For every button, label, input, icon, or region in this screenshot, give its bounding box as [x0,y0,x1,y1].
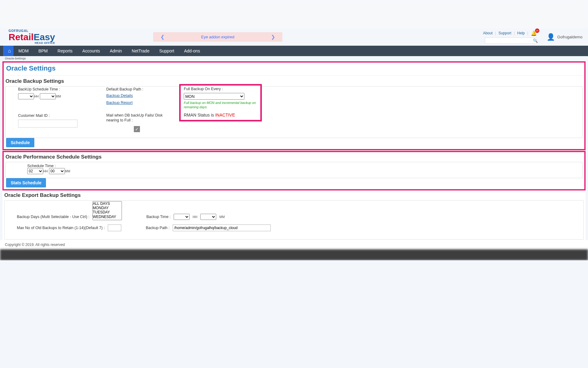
exp-mm-label: MM [219,215,225,219]
max-backups-input[interactable] [108,224,121,231]
logo-product: RetailEasy [9,33,55,42]
logo: GOFRUGAL RetailEasy HEAD OFFICE [9,29,55,44]
perf-heading: Oracle Performance Schedule Settings [6,153,582,162]
cust-mail-input[interactable] [18,120,77,128]
backup-report-link[interactable]: Backup Report [106,100,133,105]
header-links: About| Support| Help| 🔔 25 [483,30,537,36]
nav-home[interactable]: ⌂ [3,46,13,56]
user-menu[interactable]: 👤 Gofrugaldemo [547,33,582,41]
user-icon: 👤 [547,33,555,41]
sch-mm[interactable] [40,93,56,99]
about-link[interactable]: About [483,31,492,35]
max-backups-label: Max No of Old Backups to Retain (1-14)(D… [17,226,105,230]
highlight-full-backup: Full Backup On Every : MON Full backup o… [179,84,262,121]
full-backup-label: Full Backup On Every : [184,87,257,91]
nav-nettrade[interactable]: NetTrade [127,46,154,56]
schedule-button[interactable]: Schedule [6,138,34,147]
exp-hh[interactable] [174,214,190,220]
support-link[interactable]: Support [499,31,511,35]
backup-panel: BackUp Schedule Time : HH MM Customer Ma… [6,86,582,138]
perf-panel: Schedule Time : 02HH 00MM [6,162,582,178]
def-path-label: Default Backup Path : [106,87,174,91]
full-backup-select[interactable]: MON [184,93,244,100]
search-input[interactable] [487,38,533,43]
notif-badge: 25 [535,29,539,33]
perf-hh-label: HH [43,169,48,173]
backup-heading: Oracle Backup Settings [6,78,582,86]
nav-support[interactable]: Support [154,46,179,56]
rman-status: RMAN Status is INACTIVE [184,113,257,117]
notice-text: Eye addon expired [201,35,234,39]
perf-mm[interactable]: 00 [49,168,65,174]
perf-sch-label: Schedule Time : [27,163,56,168]
search-icon[interactable]: 🔍 [533,38,538,43]
user-name: Gofrugaldemo [557,35,582,39]
perf-mm-label: MM [65,169,70,173]
export-section: Oracle Export Backup Settings Backup Day… [2,191,586,240]
notifications[interactable]: 🔔 25 [531,30,537,36]
export-panel: Backup Days (Multi Selectable - Use Ctrl… [4,200,584,240]
help-link[interactable]: Help [517,31,525,35]
highlight-oracle-settings: Oracle Settings Oracle Backup Settings B… [2,61,586,150]
col-full-backup: Full Backup On Every : MON Full backup o… [182,87,262,132]
nav-bpm[interactable]: BPM [33,46,52,56]
cust-mail-label: Customer Mail ID : [18,113,98,118]
exp-mm[interactable] [200,214,216,220]
perf-hh[interactable]: 02 [27,168,43,174]
nav-accounts[interactable]: Accounts [77,46,105,56]
backup-path-input[interactable] [173,224,271,231]
nav-reports[interactable]: Reports [53,46,77,56]
browser-chrome-blur [0,0,588,28]
nav-admin[interactable]: Admin [105,46,127,56]
sch-hh[interactable] [18,93,34,99]
col-schedule: BackUp Schedule Time : HH MM Customer Ma… [18,87,98,132]
hh-label: HH [34,94,39,98]
exp-hh-label: HH [193,215,197,219]
notice-next[interactable]: ❯ [271,34,275,40]
page-title: Oracle Settings [6,64,582,76]
taskbar-blur [0,249,588,260]
sch-time-label: BackUp Schedule Time : [18,87,98,91]
full-backup-hint: Full backup on MON and incremental backu… [184,101,257,109]
stats-schedule-button[interactable]: Stats Schedule [6,178,46,187]
footer: Copyright © 2019. All rights reserved [0,240,588,249]
mail-when-label: Mail when DB backUp Fails/ Disk nearing … [106,113,174,123]
export-heading: Oracle Export Backup Settings [4,192,584,200]
notice-banner: ❮ Eye addon expired ❯ [153,32,282,42]
backup-path-label: Backup Path : [146,226,170,230]
backup-details-link[interactable]: Backup Details [106,93,133,98]
mm-label: MM [56,94,61,98]
global-search[interactable]: 🔍 [485,37,537,44]
breadcrumb: Oracle Settings [0,56,588,61]
backup-days-label: Backup Days (Multi Selectable - Use Ctrl… [17,215,89,219]
backup-time-label: Backup Time : [146,215,171,219]
logo-subtitle: HEAD OFFICE [9,42,55,44]
content: Oracle Settings Oracle Backup Settings B… [2,61,586,240]
main-nav: ⌂ MDM BPM Reports Accounts Admin NetTrad… [0,46,588,56]
notice-prev[interactable]: ❮ [160,34,164,40]
nav-mdm[interactable]: MDM [13,46,33,56]
highlight-perf-settings: Oracle Performance Schedule Settings Sch… [2,151,586,190]
backup-days-select[interactable]: ALL DAYS MONDAY TUESDAY WEDNESDAY [92,201,122,220]
nav-addons[interactable]: Add-ons [179,46,205,56]
col-defaults: Default Backup Path : Backup Details Bac… [106,87,174,132]
header-right: About| Support| Help| 🔔 25 🔍 [483,30,537,44]
app-header: GOFRUGAL RetailEasy HEAD OFFICE ❮ Eye ad… [0,28,588,46]
mail-when-checkbox[interactable]: ✓ [134,126,140,132]
